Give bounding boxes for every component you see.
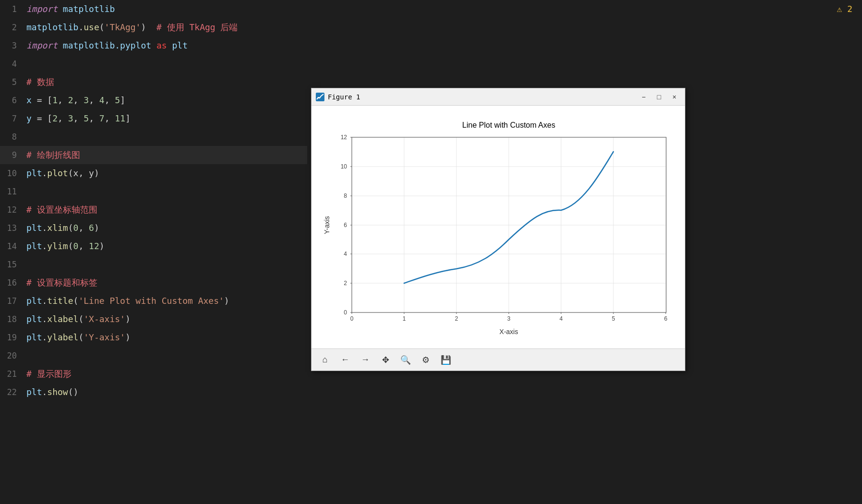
line-number: 1 [0,0,26,18]
token: , [105,95,115,105]
token: ( [73,296,79,306]
line-content: plt.show() [26,383,307,401]
token: . [42,387,48,397]
code-line-13: 13plt.xlim(0, 6) [0,219,307,237]
token: ) [224,296,229,306]
zoom-button[interactable]: 🔍 [397,352,414,368]
svg-text:10: 10 [341,163,347,170]
save-button[interactable]: 💾 [437,352,455,368]
line-content: import matplotlib [26,0,307,18]
token: plt [26,223,42,233]
svg-text:1: 1 [403,315,406,322]
token: # 数据 [26,77,54,87]
home-button[interactable]: ⌂ [316,352,334,368]
token: 0 [73,223,79,233]
line-number: 5 [0,73,26,91]
line-number: 3 [0,36,26,55]
token: title [47,296,73,306]
close-button[interactable]: × [668,92,681,102]
token: ) [99,241,105,251]
token: . [42,241,48,251]
warning-badge: ⚠ 2 [837,4,852,14]
chart-title: Line Plot with Custom Axes [462,121,555,129]
token: , [78,223,89,233]
svg-rect-1 [352,137,666,312]
token: . [42,168,48,178]
line-number: 7 [0,109,26,128]
token: 1 [52,95,58,105]
token: 11 [115,113,125,123]
config-button[interactable]: ⚙ [417,352,434,368]
code-line-18: 18plt.xlabel('X-axis') [0,310,307,328]
line-number: 8 [0,128,26,146]
figure-title-area: Figure 1 [315,92,360,102]
code-line-17: 17plt.title('Line Plot with Custom Axes'… [0,292,307,310]
token: matplotlib.pyplot [58,40,156,50]
token: ( [68,223,73,233]
token: 0 [73,241,79,251]
svg-text:X-axis: X-axis [500,328,518,336]
token: 2 [68,95,73,105]
line-content: # 设置坐标轴范围 [26,201,307,219]
svg-text:8: 8 [344,192,347,199]
token: import [26,40,58,50]
line-number: 13 [0,219,26,237]
line-number: 16 [0,274,26,292]
code-line-8: 8 [0,128,307,146]
token: 'X-axis' [84,314,125,324]
maximize-button[interactable]: □ [652,92,666,102]
svg-text:5: 5 [612,315,615,322]
token: # 绘制折线图 [26,150,80,160]
token: ( [68,241,73,251]
token: ] [120,95,125,105]
figure-titlebar: Figure 1 − □ × [311,88,685,106]
token: ( [78,314,84,324]
line-content: plt.ylabel('Y-axis') [26,328,307,347]
pan-button[interactable]: ✥ [377,352,394,368]
code-line-22: 22plt.show() [0,383,307,401]
token: matplotlib [26,22,78,32]
code-line-2: 2matplotlib.use('TkAgg') # 使用 TkAgg 后端 [0,18,307,36]
svg-text:2: 2 [344,280,347,287]
line-number: 10 [0,164,26,182]
code-line-11: 11 [0,182,307,201]
token: ) [141,22,156,32]
token: , [105,113,115,123]
line-number: 6 [0,91,26,109]
token: ylim [47,241,68,251]
figure-toolbar: ⌂ ← → ✥ 🔍 ⚙ 💾 [311,348,685,371]
code-line-20: 20 [0,347,307,365]
code-editor: 1import matplotlib2matplotlib.use('TkAgg… [0,0,307,504]
token: . [42,314,48,324]
forward-button[interactable]: → [357,352,374,368]
svg-text:3: 3 [507,315,511,322]
token: xlabel [47,314,78,324]
code-line-21: 21# 显示图形 [0,365,307,383]
token: 3 [68,113,73,123]
code-line-10: 10plt.plot(x, y) [0,164,307,182]
token: xlim [47,223,68,233]
token: # 使用 TkAgg 后端 [156,22,238,32]
token: ( [99,22,105,32]
line-number: 2 [0,18,26,36]
minimize-button[interactable]: − [637,92,650,102]
line-content: plt.title('Line Plot with Custom Axes') [26,292,307,310]
token: plt [26,332,42,342]
token: # 设置坐标轴范围 [26,204,97,215]
token: , [89,95,99,105]
code-line-7: 7y = [2, 3, 5, 7, 11] [0,109,307,128]
token: . [42,296,48,306]
token: plot [47,168,68,178]
line-content: plt.plot(x, y) [26,164,307,182]
token: . [78,22,84,32]
token: y [26,113,37,123]
back-button[interactable]: ← [336,352,354,368]
svg-text:Y-axis: Y-axis [323,216,331,234]
token: 12 [89,241,99,251]
line-number: 9 [0,146,26,164]
chart-container: Line Plot with Custom Axes [321,111,676,346]
line-content: matplotlib.use('TkAgg') # 使用 TkAgg 后端 [26,18,307,36]
token: = [37,113,42,123]
token: ) [125,332,131,342]
code-line-3: 3import matplotlib.pyplot as plt [0,36,307,55]
